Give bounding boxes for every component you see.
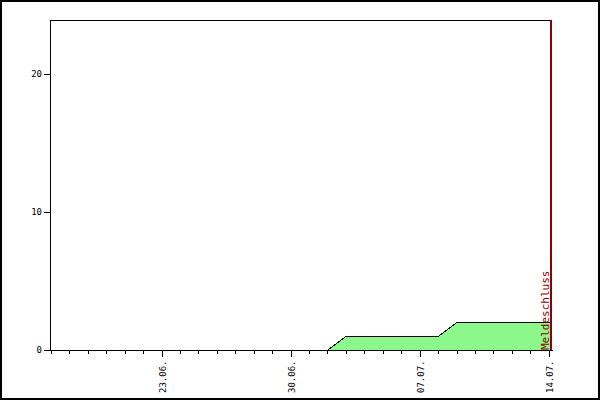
y-tick-label: 10: [31, 207, 42, 217]
y-tick-label: 0: [37, 345, 42, 355]
x-tick-label: 23.06.: [158, 360, 168, 393]
area-series-fill: [50, 322, 552, 350]
meldeschluss-label: Meldeschluss: [539, 271, 552, 350]
x-tick-label: 07.07.: [416, 360, 426, 393]
x-tick-label: 14.07.: [545, 360, 555, 393]
y-tick-label: 20: [31, 69, 42, 79]
x-tick-label: 30.06.: [287, 360, 297, 393]
entries-over-time-chart: 0102023.06.30.06.07.07.14.07.Meldeschlus…: [0, 0, 600, 400]
chart-window: 0102023.06.30.06.07.07.14.07.Meldeschlus…: [0, 0, 600, 400]
